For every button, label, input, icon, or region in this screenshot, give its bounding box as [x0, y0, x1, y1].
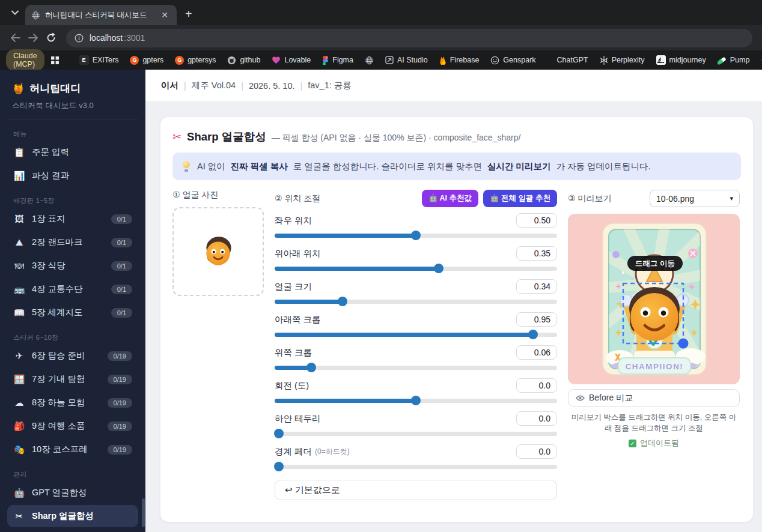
slider-thumb[interactable]	[338, 297, 347, 306]
sidebar-item-page4-transport[interactable]: 🚌 4장 교통수단 0/1	[7, 278, 138, 300]
slider-value-input[interactable]: 0.34	[516, 279, 557, 294]
tab-search-chevron-icon[interactable]	[7, 5, 23, 20]
browser-tab-bar: 허니팁대디 스티커북 대시보드 ✕ +	[0, 0, 762, 25]
sidebar-item-parse-result[interactable]: 📊 파싱 결과	[7, 165, 138, 187]
slider-x-position: 좌우 위치 0.50	[275, 213, 557, 240]
bus-icon: 🚌	[13, 284, 25, 295]
slider-edge-feather: 경계 페더 (0=하드컷) 0.0	[275, 444, 557, 471]
bookmark-globe[interactable]	[365, 56, 374, 65]
new-tab-button[interactable]: +	[185, 8, 192, 20]
slider-track[interactable]	[275, 396, 557, 405]
count-badge: 0/1	[111, 214, 132, 224]
slider-track[interactable]	[275, 363, 557, 372]
map-book-icon: 📖	[13, 307, 25, 318]
user-name: 이서	[161, 80, 178, 91]
slider-thumb[interactable]	[434, 264, 443, 273]
dining-icon: 🍽	[13, 261, 25, 271]
forward-icon[interactable]	[24, 29, 42, 47]
apps-grid-icon[interactable]	[50, 56, 59, 65]
slider-bottom-crop: 아래쪽 크롭 0.95	[275, 312, 557, 339]
browser-tab[interactable]: 허니팁대디 스티커북 대시보드 ✕	[25, 5, 177, 25]
face-photo-dropzone[interactable]	[172, 207, 264, 296]
slider-track[interactable]	[275, 330, 557, 339]
bookmark-gptersys[interactable]: G gptersys	[175, 56, 216, 65]
window-icon: 🪟	[13, 374, 25, 385]
bookmark-lovable[interactable]: Lovable	[272, 56, 311, 64]
slider-value-input[interactable]: 0.0	[516, 411, 557, 426]
back-icon[interactable]	[6, 29, 24, 47]
slider-face-size: 얼굴 크기 0.34	[275, 279, 557, 306]
bookmark-exiters[interactable]: E EXITers	[79, 55, 119, 65]
slider-track[interactable]	[275, 429, 557, 438]
slider-value-input[interactable]: 0.0	[516, 444, 557, 459]
resize-handle[interactable]	[678, 339, 689, 349]
url-host: localhost	[90, 33, 123, 43]
reset-defaults-button[interactable]: ↩ 기본값으로	[275, 480, 557, 500]
clipboard-icon: 📋	[13, 147, 25, 158]
slider-thumb[interactable]	[274, 462, 284, 471]
batch-recommend-button[interactable]: 🤖 전체 일괄 추천	[483, 190, 557, 207]
sidebar-scrollbar[interactable]	[142, 498, 145, 527]
slider-thumb[interactable]	[274, 429, 284, 438]
preview-file-select[interactable]: 10-06.png ▾	[650, 190, 740, 207]
slider-value-input[interactable]: 0.50	[516, 213, 557, 228]
check-icon: ✓	[629, 440, 636, 447]
site-info-icon[interactable]	[75, 34, 84, 43]
sidebar-item-page9-travel-goods[interactable]: 🎒 9장 여행 소품 0/19	[7, 415, 138, 437]
slider-thumb[interactable]	[306, 363, 316, 372]
sidebar-item-page5-worldmap[interactable]: 📖 5장 세계지도 0/1	[7, 301, 138, 324]
preview-canvas[interactable]: BAVE	[568, 214, 740, 384]
bookmark-chatgpt[interactable]: ChatGPT	[557, 56, 588, 64]
airplane-icon: ✈	[13, 351, 25, 361]
preview-title: ③ 미리보기	[568, 193, 611, 204]
sidebar-item-sharp-face[interactable]: ✂ Sharp 얼굴합성	[7, 505, 138, 527]
slider-value-input[interactable]: 0.0	[516, 378, 557, 393]
favorite-label: fav_1: 공룡	[308, 80, 352, 91]
sidebar-item-page8-sky[interactable]: ☁ 8장 하늘 모험 0/19	[7, 391, 138, 414]
slider-value-input[interactable]: 0.95	[516, 312, 557, 327]
slider-thumb[interactable]	[411, 231, 421, 240]
sidebar-item-page7-cabin[interactable]: 🪟 7장 기내 탐험 0/19	[7, 368, 138, 390]
bookmark-gpters[interactable]: G gpters	[130, 56, 163, 65]
picture-icon: 🖼	[13, 214, 25, 224]
sidebar-item-gpt-face[interactable]: 🤖 GPT 얼굴합성	[7, 482, 138, 504]
tab-favicon-globe-icon	[31, 11, 40, 20]
reload-icon[interactable]	[42, 29, 60, 47]
bookmark-figma[interactable]: Figma	[322, 56, 353, 65]
lightbulb-icon	[182, 161, 190, 172]
slider-value-input[interactable]: 0.35	[516, 246, 557, 261]
slider-track[interactable]	[275, 231, 557, 240]
sidebar-item-order-input[interactable]: 📋 주문 입력	[7, 141, 138, 163]
perplexity-favicon	[600, 56, 608, 65]
sidebar-item-page6-boarding[interactable]: ✈ 6장 탑승 준비 0/19	[7, 345, 138, 367]
address-bar[interactable]: localhost:3001	[66, 29, 752, 47]
bookmark-pump[interactable]: Pump	[718, 56, 750, 65]
sidebar-item-page1-cover[interactable]: 🖼 1장 표지 0/1	[7, 208, 138, 230]
sidebar-item-page10-cosplay[interactable]: 🎭 10장 코스프레 0/19	[7, 438, 138, 461]
slider-track[interactable]	[275, 297, 557, 306]
bookmark-github[interactable]: github	[227, 56, 260, 65]
face-photo-thumbnail	[200, 233, 237, 270]
slider-value-input[interactable]: 0.06	[516, 345, 557, 360]
app-logo: 🍯 허니팁대디	[7, 70, 138, 95]
tab-title: 허니팁대디 스티커북 대시보드	[45, 10, 154, 20]
bookmark-midjourney[interactable]: midjourney	[656, 55, 706, 65]
bookmark-claude-mcp[interactable]: Claude (MCP)	[6, 49, 44, 71]
slider-track[interactable]	[275, 462, 557, 471]
scissors-icon: ✂	[13, 511, 25, 522]
ai-recommend-button[interactable]: 🤖 AI 추천값	[422, 190, 478, 207]
sidebar-item-page3-restaurant[interactable]: 🍽 3장 식당 0/1	[7, 255, 138, 277]
bookmarks-bar: Claude (MCP) E EXITers G gpters G gpters…	[0, 50, 762, 70]
bookmark-ai-studio[interactable]: AI Studio	[385, 56, 428, 64]
slider-thumb[interactable]	[528, 330, 538, 339]
before-compare-button[interactable]: Before 비교	[568, 389, 740, 407]
slider-track[interactable]	[275, 264, 557, 273]
slider-thumb[interactable]	[411, 396, 421, 405]
bookmark-genspark[interactable]: Genspark	[490, 56, 535, 65]
app-name: 허니팁대디	[29, 82, 81, 95]
bookmark-perplexity[interactable]: Perplexity	[600, 56, 645, 65]
preview-help-text: 미리보기 박스를 드래그하면 위치 이동, 오른쪽 아래 점을 드래그하면 크기…	[568, 412, 740, 434]
bookmark-firebase[interactable]: Firebase	[439, 56, 480, 65]
sidebar-item-page2-landmark[interactable]: ⛰ 2장 랜드마크 0/1	[7, 231, 138, 253]
tab-close-icon[interactable]: ✕	[159, 10, 171, 20]
